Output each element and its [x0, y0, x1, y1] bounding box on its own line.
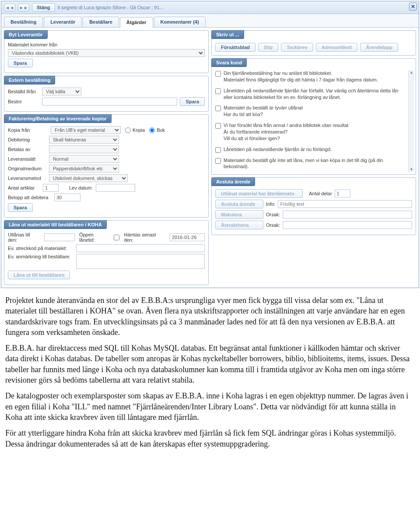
anmarkning-textarea[interactable] — [76, 254, 205, 269]
anmarkning-label: Ev. anmärkning till beställare: — [8, 254, 74, 259]
lev-datum-input[interactable] — [96, 184, 135, 192]
reply-opt-3-text: Vi har försökt låna från annat / andra b… — [224, 122, 348, 142]
antal-artiklar-input[interactable] — [43, 184, 59, 192]
document-prose: Projektet kunde återanvända en stor del … — [0, 289, 420, 462]
print-tackbrev-button[interactable]: Tackbrev — [281, 43, 313, 52]
leveranssatt-label: Leveranssätt — [8, 156, 46, 162]
aterlamnat-button[interactable]: Utlånat material har återlämnats — [215, 189, 303, 198]
orsak-input-1[interactable] — [283, 211, 412, 218]
antal-delar-input[interactable] — [335, 190, 350, 197]
betalas-av-label: Betalas av — [8, 147, 46, 152]
bestalld-ifran-label: Beställd ifrån — [8, 89, 39, 94]
info-input[interactable] — [278, 200, 412, 208]
reply-opt-4[interactable] — [215, 147, 221, 153]
reply-opt-3[interactable] — [215, 123, 221, 129]
content-area: Byt Leverantör Materialet kommer från Vä… — [1, 28, 419, 288]
hamtas-senast-input[interactable] — [170, 233, 205, 241]
orsak-label-2: Orsak: — [266, 222, 280, 228]
betalas-av-select[interactable] — [49, 145, 119, 153]
svara-scrollbar[interactable] — [408, 70, 414, 172]
leveransmetod-select[interactable]: Utskrivet dokument, skickas — [49, 174, 128, 182]
lana-ut-button[interactable]: Låna ut till beställaren — [8, 271, 70, 279]
bestalld-ifran-select[interactable]: Välj källa — [42, 88, 81, 95]
prose-p3: De katalogposter och exemplarsposter som… — [5, 391, 415, 422]
print-forsattsblad-button[interactable]: Försättsblad — [215, 43, 256, 52]
window-title: Il segreto di Luca Ignazio Silone - Gli … — [58, 5, 164, 10]
info-label: Info: — [266, 201, 275, 207]
belopp-label: Belopp att debitera — [8, 195, 52, 200]
panel-skriv-legend: Skriv ut ... — [211, 30, 244, 39]
leveransmetod-label: Leveransmetod — [8, 176, 46, 181]
radio-bok[interactable] — [149, 127, 155, 133]
material-from-select[interactable]: Västerviks stadsbibliotek (VKB) — [8, 49, 205, 57]
kopia-fran-select[interactable]: Från UB's eget material — [51, 126, 121, 134]
orsak-input-2[interactable] — [283, 221, 412, 229]
reply-opt-5[interactable] — [215, 158, 221, 164]
antal-delar-label: Antal delar — [309, 191, 332, 196]
panel-svara-legend: Svara kund — [211, 58, 247, 67]
nav-prev-button[interactable]: ◄◄ — [4, 4, 15, 11]
streckkod-input[interactable] — [76, 244, 205, 252]
fakt-save-button[interactable]: Spara — [8, 203, 33, 212]
debitering-select[interactable]: Skall faktureras — [49, 136, 119, 144]
material-from-label: Materialet kommer från — [8, 42, 57, 47]
hamtas-senast-label: Hämtas senast den: — [124, 232, 165, 243]
antal-artiklar-label: Antal artiklar — [8, 185, 38, 190]
tab-bestallning[interactable]: Beställning — [4, 17, 43, 27]
tab-atgarder[interactable]: Åtgärder — [120, 17, 153, 28]
panel-avsluta-arende: Avsluta ärende Utlånat material har åter… — [211, 177, 416, 235]
panel-byt-legend: Byt Leverantör — [4, 30, 48, 39]
prose-p4: För att ytterliggare hindra Koha från at… — [5, 428, 415, 449]
left-column: Byt Leverantör Materialet kommer från Vä… — [4, 30, 209, 285]
panel-skriv-ut: Skriv ut ... Försättsblad Slip Tackbrev … — [211, 30, 416, 56]
radio-kopia[interactable] — [125, 127, 131, 133]
reply-opt-0-text: Din fjärrlånebeställning har nu anlänt t… — [224, 70, 378, 83]
window-close-icon[interactable]: ✕ — [409, 3, 417, 11]
byt-save-button[interactable]: Spara — [8, 59, 33, 67]
reply-opt-2[interactable] — [215, 106, 221, 111]
oppen-lanetid-label: Öppen lånetid: — [79, 232, 109, 243]
debitering-label: Debitering — [8, 137, 46, 142]
radio-bok-label: Bok — [157, 127, 165, 133]
panel-lana-koha: Låna ut materialet till beställaren i KO… — [4, 220, 209, 285]
panel-fakt-legend: Fakturering/Betalning av levererade kopi… — [4, 114, 112, 123]
tab-kommentarer[interactable]: Kommentarer (4) — [154, 17, 206, 27]
leveranssatt-select[interactable]: Normal — [49, 155, 119, 163]
kopia-fran-label: Kopia från — [8, 127, 46, 133]
ateraktivera-button[interactable]: Återaktivera — [215, 221, 263, 229]
belopp-input[interactable] — [54, 194, 80, 201]
reply-opt-1[interactable] — [215, 88, 221, 94]
print-adressetikett-button[interactable]: Adressetikett — [316, 43, 358, 52]
avsluta-arende-button[interactable]: Avsluta ärende — [215, 200, 263, 208]
reply-opt-5-text: Materialet du beställt går inte att låna… — [224, 157, 406, 170]
radio-kopia-label: Kopia — [133, 127, 145, 133]
panel-lana-legend: Låna ut materialet till beställaren i KO… — [4, 220, 107, 229]
print-arendelapp-button[interactable]: Ärendelapp — [360, 43, 398, 52]
panel-byt-leverantor: Byt Leverantör Materialet kommer från Vä… — [4, 30, 209, 73]
reply-opt-2-text: Materialet du beställt är tyvärr utlånat… — [224, 105, 303, 118]
originalmedium-select[interactable]: Papperstidskrift/bok etc — [49, 165, 119, 172]
app-window: ◄◄ ►► Stäng Il segreto di Luca Ignazio S… — [1, 1, 419, 288]
bestnr-input[interactable] — [42, 98, 177, 106]
panel-svara-kund: Svara kund Din fjärrlånebeställning har … — [211, 58, 416, 175]
makulera-button[interactable]: Makulera — [215, 210, 263, 219]
reply-opt-1-text: Lånetiden på nedanstående fjärrlån har f… — [224, 88, 406, 101]
title-bar: ◄◄ ►► Stäng Il segreto di Luca Ignazio S… — [1, 1, 419, 14]
oppen-lanetid-check[interactable] — [114, 235, 119, 240]
print-slip-button[interactable]: Slip — [258, 43, 278, 52]
lev-datum-label: Lev datum — [69, 185, 91, 190]
extern-save-button[interactable]: Spara — [180, 97, 205, 106]
tab-bestallare[interactable]: Beställare — [83, 17, 119, 27]
streckkod-label: Ev. streckkod på materialet: — [8, 246, 74, 251]
nav-next-button[interactable]: ►► — [18, 4, 29, 11]
reply-opt-0[interactable] — [215, 71, 221, 77]
tab-leverantor[interactable]: Leverantör — [44, 17, 82, 27]
panel-extern-legend: Extern beställning — [4, 76, 55, 84]
reply-opt-4-text: Lånetiden på nedanstående fjärrlån är nu… — [224, 146, 332, 153]
right-column: Skriv ut ... Försättsblad Slip Tackbrev … — [211, 30, 416, 285]
panel-avsluta-legend: Avsluta ärende — [211, 177, 255, 186]
orsak-label-1: Orsak: — [266, 212, 280, 217]
close-window-button[interactable]: Stäng — [32, 3, 55, 12]
utlanas-till-input[interactable] — [44, 233, 75, 241]
originalmedium-label: Originalmedium — [8, 166, 46, 171]
